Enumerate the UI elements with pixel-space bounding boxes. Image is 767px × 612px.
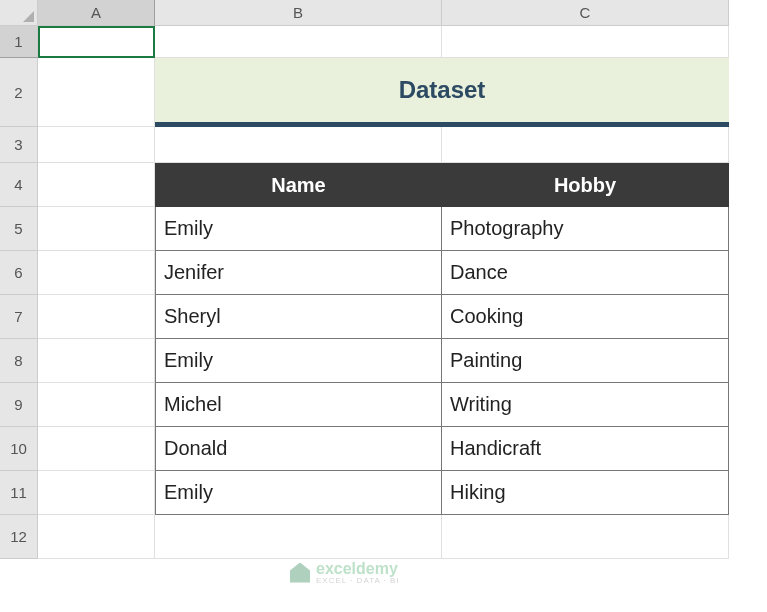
select-all-corner[interactable]	[0, 0, 38, 26]
cell-hobby[interactable]: Writing	[442, 383, 729, 427]
spreadsheet-area: A B C 1 2 3 4 5 6 7 8 9 10 11 12 Dataset…	[0, 0, 767, 612]
row-header-3[interactable]: 3	[0, 127, 38, 163]
cell-A8[interactable]	[38, 339, 155, 383]
row-header-8[interactable]: 8	[0, 339, 38, 383]
col-header-A[interactable]: A	[38, 0, 155, 26]
header-name[interactable]: Name	[155, 163, 442, 207]
cell-hobby[interactable]: Cooking	[442, 295, 729, 339]
cell-name[interactable]: Sheryl	[155, 295, 442, 339]
cell-A12[interactable]	[38, 515, 155, 559]
watermark: exceldemy EXCEL · DATA · BI	[290, 560, 400, 585]
watermark-text: exceldemy EXCEL · DATA · BI	[316, 560, 400, 585]
watermark-brand: exceldemy	[316, 560, 398, 577]
row-header-5[interactable]: 5	[0, 207, 38, 251]
row-header-9[interactable]: 9	[0, 383, 38, 427]
cell-A1[interactable]	[38, 26, 155, 58]
cell-name[interactable]: Jenifer	[155, 251, 442, 295]
cell-hobby[interactable]: Painting	[442, 339, 729, 383]
row-header-2[interactable]: 2	[0, 58, 38, 127]
cell-A4[interactable]	[38, 163, 155, 207]
cell-hobby[interactable]: Photography	[442, 207, 729, 251]
row-headers: 1 2 3 4 5 6 7 8 9 10 11 12	[0, 26, 38, 559]
table-row: Donald Handicraft	[155, 427, 729, 471]
cell-C12[interactable]	[442, 515, 729, 559]
col-header-C[interactable]: C	[442, 0, 729, 26]
col-header-B[interactable]: B	[155, 0, 442, 26]
cell-name[interactable]: Donald	[155, 427, 442, 471]
cell-name[interactable]: Emily	[155, 207, 442, 251]
cell-A9[interactable]	[38, 383, 155, 427]
table-row: Michel Writing	[155, 383, 729, 427]
table-row: Jenifer Dance	[155, 251, 729, 295]
row-header-10[interactable]: 10	[0, 427, 38, 471]
cell-B3[interactable]	[155, 127, 442, 163]
table-header-row: Name Hobby	[155, 163, 729, 207]
row-header-1[interactable]: 1	[0, 26, 38, 58]
table-row: Emily Photography	[155, 207, 729, 251]
cell-hobby[interactable]: Hiking	[442, 471, 729, 515]
table-row: Sheryl Cooking	[155, 295, 729, 339]
cell-A5[interactable]	[38, 207, 155, 251]
row-header-7[interactable]: 7	[0, 295, 38, 339]
row-header-11[interactable]: 11	[0, 471, 38, 515]
column-headers: A B C	[38, 0, 729, 26]
cell-B12[interactable]	[155, 515, 442, 559]
cell-name[interactable]: Emily	[155, 339, 442, 383]
cell-name[interactable]: Michel	[155, 383, 442, 427]
watermark-logo-icon	[290, 563, 310, 583]
cell-name[interactable]: Emily	[155, 471, 442, 515]
row-header-12[interactable]: 12	[0, 515, 38, 559]
table-row: Emily Painting	[155, 339, 729, 383]
data-table: Name Hobby Emily Photography Jenifer Dan…	[155, 163, 729, 515]
cell-B1[interactable]	[155, 26, 442, 58]
watermark-tagline: EXCEL · DATA · BI	[316, 576, 400, 585]
cell-C1[interactable]	[442, 26, 729, 58]
cell-A11[interactable]	[38, 471, 155, 515]
cell-A10[interactable]	[38, 427, 155, 471]
cell-A7[interactable]	[38, 295, 155, 339]
cell-A2[interactable]	[38, 58, 155, 127]
table-row: Emily Hiking	[155, 471, 729, 515]
cell-hobby[interactable]: Handicraft	[442, 427, 729, 471]
row-header-4[interactable]: 4	[0, 163, 38, 207]
cell-A6[interactable]	[38, 251, 155, 295]
cell-C3[interactable]	[442, 127, 729, 163]
dataset-title[interactable]: Dataset	[155, 58, 729, 127]
cell-hobby[interactable]: Dance	[442, 251, 729, 295]
header-hobby[interactable]: Hobby	[442, 163, 729, 207]
row-header-6[interactable]: 6	[0, 251, 38, 295]
cell-A3[interactable]	[38, 127, 155, 163]
